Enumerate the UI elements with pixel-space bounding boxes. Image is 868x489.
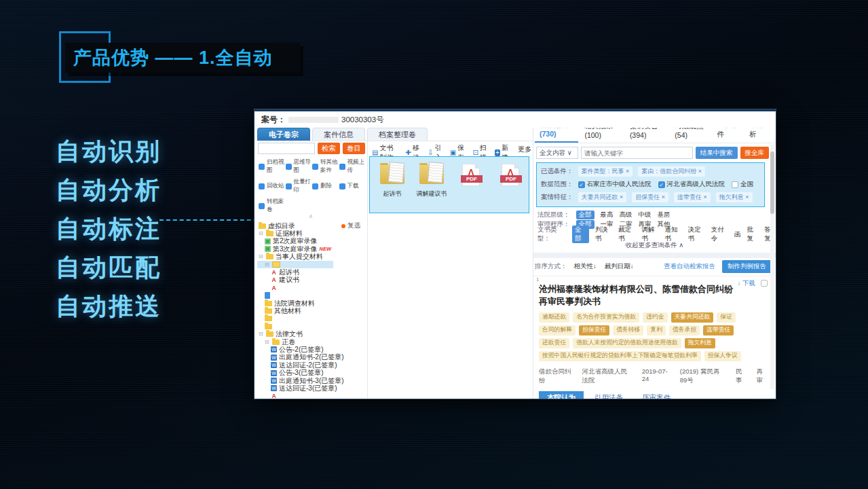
keyword-input[interactable] [581, 147, 693, 159]
analysis-tab-4[interactable]: 关联案件 [712, 128, 743, 143]
make-case-report-button[interactable]: 制作判例报告 [722, 260, 772, 273]
result-title[interactable]: 沧州福泰隆装饰材料有限公司、陈雪借款合同纠纷再审民事判决书 [539, 278, 738, 308]
analysis-tab-1[interactable]: 相关法条(100) [580, 128, 623, 143]
result-tag[interactable]: 夫妻共同还款 [671, 312, 714, 323]
search-input[interactable] [258, 143, 315, 154]
filter-option[interactable]: 批复 [747, 225, 758, 243]
window-tab-0[interactable]: 电子卷宗 [257, 128, 310, 141]
multi-select-toggle[interactable]: 复选 [341, 221, 360, 230]
result-tag[interactable]: 按照中国人民银行规定的贷款利率上下限确定每笔贷款利率 [539, 351, 701, 361]
search-in-results-button[interactable]: 结果中搜索 [696, 147, 738, 159]
document-folder-item[interactable]: 调解建议书 [415, 162, 449, 213]
pdf-file-item[interactable]: PDF [454, 162, 488, 213]
tool-button[interactable]: 视频上传 [339, 158, 365, 175]
result-tag[interactable]: 保证 [717, 312, 736, 323]
detail-tab-0[interactable]: 本院认为 [539, 391, 584, 399]
document-folder-item[interactable]: 起诉书 [375, 162, 409, 213]
condition-chip[interactable]: 案件类型：民事 [578, 166, 633, 177]
analysis-tab-0[interactable]: 相似案例(730) [535, 128, 578, 143]
result-tag[interactable]: 逾期还款 [539, 312, 569, 323]
tool-button[interactable]: 删除 [312, 178, 339, 194]
result-tag[interactable]: 合同的解释 [539, 325, 575, 336]
tree-item[interactable] [257, 315, 366, 323]
feature-chip[interactable]: 担保责任 [632, 192, 668, 202]
window-tab-1[interactable]: 案件信息 [312, 128, 365, 141]
search-all-button[interactable]: 搜全库 [740, 147, 770, 159]
tree-item[interactable]: 虚拟目录复选 [257, 222, 366, 230]
scope-checkbox[interactable]: 全国 [732, 180, 753, 189]
filter-option[interactable]: 支付令 [711, 225, 728, 243]
download-link[interactable]: ↓ 下载 [738, 278, 755, 288]
filter-option[interactable]: 全部 [572, 225, 589, 243]
tree-item[interactable]: 送达回证-3(已签章) [257, 384, 366, 392]
tool-button[interactable]: 下载 [339, 178, 365, 194]
tool-button[interactable]: 转档案卷 [259, 198, 286, 214]
tree-item[interactable]: 起诉书 [257, 268, 366, 276]
result-tag[interactable]: 担保责任 [579, 325, 609, 336]
tree-item[interactable]: 建议书 [257, 276, 366, 284]
result-tag[interactable]: 还款责任 [539, 338, 569, 348]
auto-search-report-link[interactable]: 查看自动检索报告 [664, 262, 715, 271]
filter-option[interactable]: 最高 [601, 211, 614, 219]
filter-option[interactable]: 基层 [658, 211, 671, 219]
analysis-tab-2[interactable]: 案例要旨(394) [625, 128, 668, 143]
tree-item[interactable] [257, 323, 366, 330]
tool-button[interactable]: 回收站 [259, 178, 286, 194]
result-tag[interactable]: 债务承担 [669, 325, 700, 336]
scope-checkbox[interactable]: 石家庄市中级人民法院 [578, 180, 652, 189]
scope-checkbox[interactable]: 河北省高级人民法院 [658, 180, 725, 189]
tree-item[interactable] [257, 393, 366, 399]
filter-option[interactable]: 中级 [639, 211, 652, 219]
data-scope-label: 数据范围： [541, 180, 573, 189]
tool-button[interactable]: 归档视图 [259, 158, 286, 175]
filter-option[interactable]: 函 [734, 230, 741, 239]
feature-chip[interactable]: 连带责任 [674, 192, 711, 202]
expand-toggle-icon[interactable]: ⊟ [265, 262, 270, 268]
pdf-file-item[interactable]: PDF [493, 162, 527, 213]
filter-option[interactable]: 全部 [576, 211, 595, 219]
expand-toggle-icon[interactable]: ⊟ [259, 231, 264, 236]
analysis-tab-3[interactable]: 司法观点(54) [670, 128, 711, 143]
result-tag[interactable]: 复利 [647, 325, 666, 336]
result-tag[interactable]: 违约金 [643, 312, 667, 323]
tool-label: 下载 [347, 182, 359, 190]
filter-option[interactable]: 高级 [620, 211, 633, 219]
collapse-more-conditions-link[interactable]: 收起更多查询条件 ∧ [533, 240, 776, 250]
window-tab-2[interactable]: 档案整理卷 [367, 128, 428, 141]
detail-tab-2[interactable]: 历审案件 [634, 391, 679, 399]
pdf-icon [271, 285, 277, 291]
tree-item[interactable] [257, 284, 366, 291]
catalog-button[interactable]: 卷目 [343, 143, 365, 154]
filter-option[interactable]: 决定书 [688, 225, 705, 243]
feature-chip[interactable]: 夫妻共同还款 [578, 192, 627, 202]
result-tag[interactable]: 债务转移 [613, 325, 643, 336]
scrollbar-thumb[interactable] [770, 151, 774, 214]
search-button[interactable]: 检索 [318, 143, 340, 154]
result-tag[interactable]: 连带责任 [703, 325, 734, 336]
condition-chip[interactable]: 案由：借款合同纠纷 [638, 166, 705, 177]
collapse-chevron-icon[interactable]: ∧ [254, 214, 367, 220]
result-tag[interactable]: 担保人争议 [704, 351, 741, 361]
filter-option[interactable]: 判决书 [595, 225, 612, 243]
tree-item[interactable]: ⊟法律文书 [257, 330, 366, 338]
tool-button[interactable]: 批量打印 [286, 178, 313, 194]
tool-button[interactable]: 转其他案件 [312, 158, 339, 175]
search-field-select[interactable]: 全文内容 ∨ [536, 147, 578, 159]
result-tag[interactable]: 借款人未按照约定的借款用途使用借款 [573, 338, 681, 348]
result-tag[interactable]: 拖欠利息 [685, 338, 715, 348]
tree-item[interactable]: 其他材料 [257, 307, 366, 314]
sort-option[interactable]: 相关性↓ [574, 262, 597, 271]
result-checkbox[interactable] [761, 280, 768, 287]
sort-option[interactable]: 裁判日期↓ [605, 262, 634, 271]
detail-tab-1[interactable]: 引用法条 [586, 391, 631, 399]
expand-toggle-icon[interactable]: ⊟ [259, 331, 264, 337]
tree-item[interactable]: 法院调查材料 [257, 300, 366, 307]
right-scrollbar[interactable] [770, 145, 774, 389]
feature-chip[interactable]: 拖欠利息 [716, 192, 753, 202]
expand-toggle-icon[interactable]: ⊟ [265, 340, 270, 345]
expand-toggle-icon[interactable]: ⊟ [259, 254, 264, 259]
result-tag[interactable]: 名为合作投资实为借款 [573, 312, 639, 323]
tree-item[interactable]: ⊟当事人提交材料 [257, 253, 366, 261]
tool-button[interactable]: 思维导图 [286, 158, 313, 175]
analysis-tab-5[interactable]: 串案分析 [744, 128, 776, 143]
